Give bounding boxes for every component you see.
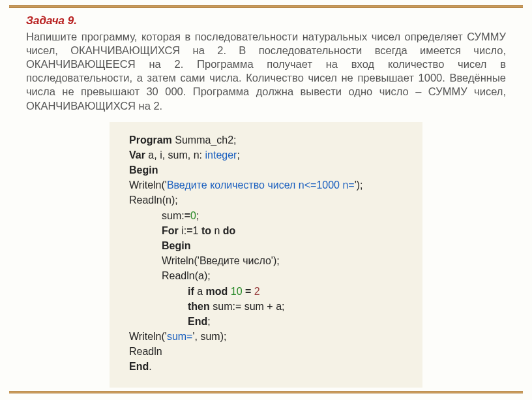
code-line: if a mod 10 = 2	[129, 284, 403, 299]
kw-for: For	[162, 225, 179, 236]
kw-begin: Begin	[129, 238, 403, 253]
code-line: then sum:= sum + a;	[129, 299, 403, 314]
code-line: Readln(a);	[129, 268, 403, 283]
content-area: Задача 9. Напишите программу, которая в …	[0, 8, 532, 388]
code-line: Readln(n);	[129, 192, 403, 208]
code-line: Writeln('Введите число');	[129, 253, 403, 268]
code-line: Writeln('Введите количество чисел n<=100…	[129, 177, 403, 192]
code-line: End;	[129, 314, 403, 329]
kw-end: End	[188, 316, 207, 327]
kw-to: to	[201, 225, 211, 236]
kw-end: End	[129, 361, 149, 372]
kw-then: then	[188, 301, 210, 312]
string-literal: sum=	[167, 331, 193, 342]
code-line: Writeln('sum=', sum);	[129, 329, 403, 344]
kw-program: Program	[129, 134, 172, 146]
kw-if: if	[188, 286, 194, 297]
bottom-divider	[9, 391, 523, 393]
code-line: For i:=1 to n do	[129, 223, 403, 238]
kw-var: Var	[129, 149, 145, 161]
task-description: Напишите программу, которая в последоват…	[26, 30, 506, 113]
kw-do: do	[223, 225, 236, 236]
code-block: Program Summa_ch2; Var a, i, sum, n: int…	[110, 122, 422, 388]
literal-zero: 0	[190, 210, 196, 221]
string-literal: Введите количество чисел n<=1000 n=	[167, 179, 355, 191]
literal-two: 2	[254, 286, 260, 297]
code-line: Program Summa_ch2;	[129, 132, 403, 147]
code-line: End.	[129, 359, 403, 374]
task-title: Задача 9.	[26, 14, 506, 27]
code-line: Var a, i, sum, n: integer;	[129, 147, 403, 162]
code-line: Readln	[129, 344, 403, 359]
kw-begin: Begin	[129, 162, 403, 177]
literal-ten: 10	[231, 286, 243, 297]
code-line: sum:=0;	[129, 208, 403, 223]
type-integer: integer	[205, 149, 237, 161]
kw-mod: mod	[206, 286, 228, 297]
